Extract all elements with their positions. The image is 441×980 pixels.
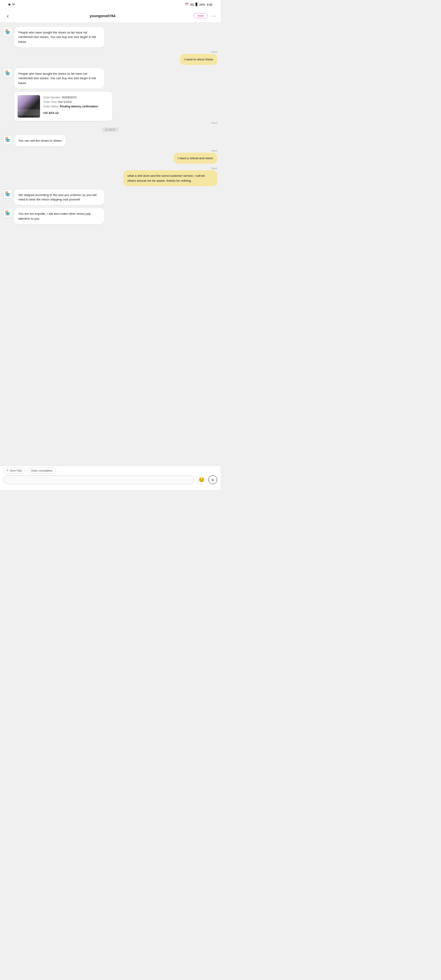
seller-message: People who have bought the shoes so far … bbox=[14, 68, 104, 89]
order-time-label: Order Time: bbox=[43, 100, 57, 103]
message-text: People who have bought the shoes so far … bbox=[18, 72, 96, 85]
store-button[interactable]: Store bbox=[194, 13, 208, 18]
network-label: 5G bbox=[190, 3, 194, 6]
order-info: Order Number: 3920902076 Order Time: Nov… bbox=[43, 95, 109, 116]
signal-icon: ▊ bbox=[196, 3, 198, 6]
seller-message: You are too impolite, I will also make o… bbox=[14, 208, 104, 224]
help-icon: ? bbox=[7, 469, 8, 472]
list-item: Read I need to return these bbox=[3, 51, 217, 65]
message-text: People who have bought the shoes so far … bbox=[18, 31, 96, 44]
seller-avatar: 🏪 bbox=[3, 27, 12, 36]
status-bar: ◉ ✉ ⏰ 5G ▊ 24% 9:30 bbox=[0, 0, 220, 9]
read-label: Read bbox=[14, 122, 217, 124]
order-card[interactable]: Order Number: 3920902076 Order Time: Nov… bbox=[14, 92, 112, 121]
input-row: 😊 + bbox=[3, 475, 217, 484]
alarm-icon: ⏰ bbox=[185, 3, 189, 6]
message-text: You can sell the shoes to others bbox=[18, 139, 62, 143]
back-button[interactable]: ‹ bbox=[4, 12, 11, 20]
read-label: Read bbox=[212, 167, 217, 169]
battery-label: 24% bbox=[199, 3, 205, 6]
header: ‹ youngone0784 Store ··· bbox=[0, 9, 220, 23]
store-faq-label: Store FAQ bbox=[9, 469, 22, 472]
store-faq-button[interactable]: ? Store FAQ bbox=[3, 468, 25, 474]
list-item: 🏪 People who have bought the shoes so fa… bbox=[3, 27, 217, 47]
mail-icon: ✉ bbox=[12, 3, 15, 6]
emoji-button[interactable]: 😊 bbox=[197, 475, 206, 484]
read-label: Read bbox=[212, 51, 217, 53]
buyer-message: what a shit store and the worst customer… bbox=[123, 170, 217, 186]
seller-avatar: 🏪 bbox=[3, 208, 12, 217]
add-button[interactable]: + bbox=[208, 475, 217, 484]
read-label: Read bbox=[212, 149, 217, 152]
list-item: 🏪 People who have bought the shoes so fa… bbox=[3, 68, 217, 89]
seller-avatar: 🏪 bbox=[3, 189, 12, 198]
order-image bbox=[18, 95, 40, 118]
seller-message: We shipped according to the size you ord… bbox=[14, 189, 104, 205]
seller-avatar: 🏪 bbox=[3, 135, 12, 144]
timestamp: 21:23:37 bbox=[102, 127, 118, 132]
message-text: what a shit store and the worst customer… bbox=[127, 174, 205, 182]
order-status-label: Order Status: bbox=[43, 105, 59, 108]
seller-message: You can sell the shoes to others bbox=[14, 135, 66, 146]
list-item: Read I need a refund and return bbox=[3, 149, 217, 164]
message-input[interactable] bbox=[3, 475, 194, 484]
buyer-message: I need a refund and return bbox=[174, 153, 217, 164]
list-item: 🏪 You are too impolite, I will also make… bbox=[3, 208, 217, 224]
message-text: We shipped according to the size you ord… bbox=[18, 193, 96, 201]
order-number: 3920902076 bbox=[62, 96, 76, 99]
bottom-bar: ? Store FAQ Order consultation 😊 + bbox=[0, 466, 220, 490]
wifi-icon: ◉ bbox=[8, 3, 11, 6]
chat-area: 🏪 People who have bought the shoes so fa… bbox=[0, 23, 220, 466]
status-left: ◉ ✉ bbox=[8, 3, 15, 6]
more-button[interactable]: ··· bbox=[211, 13, 216, 19]
order-status: Pending delivery confirmation bbox=[60, 105, 98, 108]
order-price: US $43.12 bbox=[43, 110, 109, 116]
back-icon: ‹ bbox=[7, 13, 9, 19]
order-number-label: Order Number: bbox=[43, 96, 61, 99]
buyer-message: I need to return these bbox=[180, 54, 217, 65]
message-text: You are too impolite, I will also make o… bbox=[18, 212, 91, 220]
seller-message: People who have bought the shoes so far … bbox=[14, 27, 104, 47]
status-right: ⏰ 5G ▊ 24% 9:30 bbox=[185, 3, 212, 6]
list-item: 🏪 We shipped according to the size you o… bbox=[3, 189, 217, 205]
quick-actions: ? Store FAQ Order consultation bbox=[3, 468, 217, 474]
message-text: I need to return these bbox=[184, 58, 213, 61]
order-consultation-label: Order consultation bbox=[31, 469, 53, 472]
list-item: 🏪 You can sell the shoes to others bbox=[3, 135, 217, 146]
time-label: 9:30 bbox=[207, 3, 212, 6]
order-consultation-button[interactable]: Order consultation bbox=[28, 468, 56, 474]
order-time: Nov 9,2023 bbox=[58, 100, 71, 103]
list-item: Order Number: 3920902076 Order Time: Nov… bbox=[3, 92, 217, 124]
seller-avatar: 🏪 bbox=[3, 68, 12, 77]
message-text: I need a refund and return bbox=[178, 156, 213, 160]
chat-title: youngone0784 bbox=[15, 14, 190, 18]
list-item: Read what a shit store and the worst cus… bbox=[3, 167, 217, 186]
